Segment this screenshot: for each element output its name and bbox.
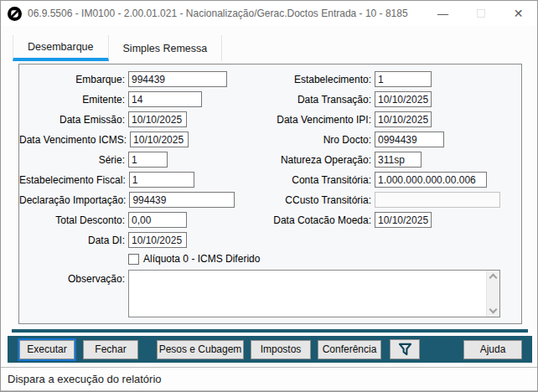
ccusto-transitoria-label: CCusto Transitória:	[267, 194, 375, 206]
declaracao-importacao-input[interactable]	[129, 192, 235, 208]
estabelecimento-label: Estabelecimento:	[267, 74, 375, 85]
observacao-row: Observação:	[19, 270, 521, 317]
toolbar: Executar Fechar Pesos e Cubagem Impostos…	[8, 336, 532, 363]
data-vencimento-icms-label: Data Vencimento ICMS:	[19, 134, 130, 146]
embarque-label: Embarque:	[19, 74, 128, 85]
form-row-data-emissao: Data Emissão:	[19, 111, 271, 127]
natureza-operacao-input[interactable]	[375, 152, 422, 168]
observacao-scrollbar[interactable]	[486, 271, 499, 317]
total-desconto-label: Total Desconto:	[19, 214, 128, 226]
form-row-conta-transitoria: Conta Transitória:	[267, 172, 519, 188]
form-row-estabelecimento-fiscal: Estabelecimento Fiscal:	[19, 172, 271, 188]
window-controls: — ✕	[424, 1, 537, 26]
fechar-button[interactable]: Fechar	[83, 340, 138, 359]
observacao-textarea[interactable]	[129, 271, 486, 317]
data-cotacao-moeda-label: Data Cotacão Moeda:	[267, 214, 375, 226]
embarque-input[interactable]	[128, 71, 227, 87]
scroll-down-icon[interactable]	[489, 306, 498, 314]
filter-button[interactable]	[390, 339, 420, 359]
data-cotacao-moeda-input[interactable]	[375, 212, 432, 228]
window-title: 06.9.5506 - IM0100 - 2.00.01.021 - Nacio…	[28, 8, 408, 19]
observacao-label: Observação:	[19, 270, 128, 317]
close-button[interactable]: ✕	[499, 1, 537, 26]
funnel-filter-icon	[398, 343, 412, 356]
tab-desembarque[interactable]: Desembarque	[13, 35, 109, 61]
form-row-estabelecimento: Estabelecimento:	[267, 71, 519, 87]
conta-transitoria-input[interactable]	[375, 172, 487, 188]
data-di-input[interactable]	[128, 232, 187, 248]
serie-input[interactable]	[128, 152, 168, 168]
form-column-left: Embarque:Emitente:Data Emissão:Data Venc…	[19, 71, 271, 248]
data-transacao-label: Data Transação:	[267, 94, 375, 106]
form-row-emitente: Emitente:	[19, 91, 271, 107]
status-bar: Dispara a execução do relatório	[1, 367, 538, 391]
maximize-icon	[477, 9, 485, 18]
conferencia-button[interactable]: Conferência	[318, 340, 381, 359]
form-row-embarque: Embarque:	[19, 71, 271, 87]
total-desconto-input[interactable]	[128, 212, 187, 228]
minimize-button[interactable]: —	[424, 1, 462, 26]
serie-label: Série:	[19, 154, 128, 166]
data-emissao-input[interactable]	[128, 111, 187, 127]
data-vencimento-ipi-input[interactable]	[375, 111, 432, 127]
executar-button[interactable]: Executar	[19, 340, 75, 359]
form-row-data-cotacao-moeda: Data Cotacão Moeda:	[267, 212, 519, 228]
status-text: Dispara a execução do relatório	[8, 373, 162, 385]
form-row-serie: Série:	[19, 152, 271, 168]
impostos-button[interactable]: Impostos	[251, 340, 311, 359]
form-groupbox: Embarque:Emitente:Data Emissão:Data Venc…	[18, 64, 522, 324]
scroll-up-icon[interactable]	[489, 274, 498, 282]
data-di-label: Data DI:	[19, 235, 128, 246]
observacao-field-wrap	[128, 270, 500, 317]
data-emissao-label: Data Emissão:	[19, 114, 128, 126]
form-column-right: Estabelecimento:Data Transação:Data Venc…	[267, 71, 519, 232]
tab-simples-remessa[interactable]: Simples Remessa	[109, 35, 223, 61]
aliquota-checkbox[interactable]	[128, 254, 139, 265]
pesos-e-cubagem-button[interactable]: Pesos e Cubagem	[157, 340, 244, 359]
form-row-natureza-operacao: Natureza Operação:	[267, 152, 519, 168]
app-window: 06.9.5506 - IM0100 - 2.00.01.021 - Nacio…	[0, 0, 538, 392]
form-row-data-vencimento-icms: Data Vencimento ICMS:	[19, 132, 271, 147]
emitente-label: Emitente:	[19, 94, 128, 106]
maximize-button[interactable]	[462, 1, 499, 26]
estabelecimento-input[interactable]	[375, 71, 432, 87]
form-row-data-vencimento-ipi: Data Vencimento IPI:	[267, 111, 519, 127]
form-row-data-transacao: Data Transação:	[267, 91, 519, 107]
form-row-declaracao-importacao: Declaração Importação:	[19, 192, 271, 208]
tab-bar: Desembarque Simples Remessa	[13, 35, 222, 61]
ccusto-transitoria-input	[375, 192, 500, 208]
data-vencimento-ipi-label: Data Vencimento IPI:	[267, 114, 375, 126]
title-bar: 06.9.5506 - IM0100 - 2.00.01.021 - Nacio…	[1, 1, 537, 26]
emitente-input[interactable]	[128, 91, 202, 107]
natureza-operacao-label: Natureza Operação:	[267, 154, 375, 166]
conta-transitoria-label: Conta Transitória:	[267, 174, 375, 186]
app-logo-icon	[8, 7, 22, 21]
aliquota-checkbox-row: Alíquota 0 - ICMS Diferido	[128, 252, 521, 266]
form-row-total-desconto: Total Desconto:	[19, 212, 271, 228]
data-transacao-input[interactable]	[375, 91, 432, 107]
estabelecimento-fiscal-input[interactable]	[129, 172, 194, 188]
aliquota-checkbox-label: Alíquota 0 - ICMS Diferido	[143, 253, 260, 265]
toolbar-accent-strip	[12, 329, 528, 333]
ajuda-button[interactable]: Ajuda	[463, 340, 522, 359]
estabelecimento-fiscal-label: Estabelecimento Fiscal:	[19, 174, 129, 186]
nro-docto-input[interactable]	[375, 132, 444, 147]
declaracao-importacao-label: Declaração Importação:	[19, 194, 129, 206]
nro-docto-label: Nro Docto:	[267, 134, 375, 146]
data-vencimento-icms-input[interactable]	[130, 132, 189, 147]
form-row-nro-docto: Nro Docto:	[267, 132, 519, 147]
form-row-data-di: Data DI:	[19, 232, 271, 248]
form-row-ccusto-transitoria: CCusto Transitória:	[267, 192, 519, 208]
